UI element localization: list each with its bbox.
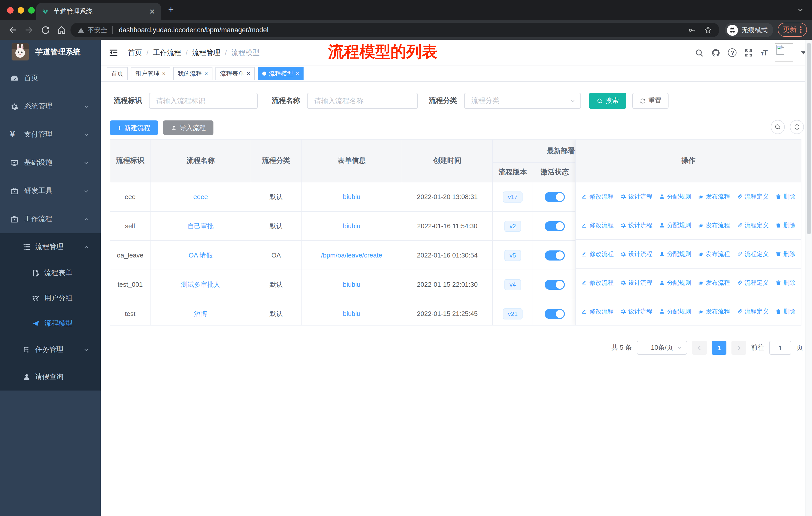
action-gear-button[interactable]: 设计流程 <box>620 192 652 201</box>
action-person-button[interactable]: 分配规则 <box>659 221 691 229</box>
sidebar-collapse-icon[interactable] <box>109 48 118 57</box>
action-clip-button[interactable]: 流程定义 <box>736 307 769 316</box>
version-tag[interactable]: v21 <box>503 308 523 319</box>
action-trash-button[interactable]: 删除 <box>775 221 795 229</box>
action-pen-button[interactable]: 修改流程 <box>581 221 614 229</box>
sidebar-item-11[interactable]: 任务管理 <box>0 336 101 363</box>
user-avatar[interactable] <box>775 43 793 62</box>
action-trash-button[interactable]: 删除 <box>775 278 795 287</box>
filter-category-select[interactable]: 流程分类 <box>464 93 581 109</box>
search-button[interactable]: 搜索 <box>589 93 626 109</box>
action-gear-button[interactable]: 设计流程 <box>620 250 652 258</box>
tab-1[interactable]: 首页 <box>107 67 128 80</box>
reset-button[interactable]: 重置 <box>632 93 669 109</box>
version-tag[interactable]: v2 <box>504 220 521 232</box>
new-tab-button[interactable]: + <box>168 4 174 15</box>
sidebar-item-12[interactable]: 请假查询 <box>0 363 101 390</box>
action-thumb-button[interactable]: 发布流程 <box>698 221 730 229</box>
version-tag[interactable]: v17 <box>503 191 523 202</box>
sidebar-item-5[interactable]: 研发工具 <box>0 177 101 205</box>
sidebar-logo[interactable]: 芋道管理系统 <box>0 40 101 64</box>
update-browser-button[interactable]: 更新 ••• <box>778 23 807 37</box>
cell-name-link[interactable]: 自己审批 <box>187 221 214 230</box>
cell-name-link[interactable]: eeee <box>193 193 208 200</box>
page-scrollbar[interactable] <box>805 40 812 516</box>
page-size-select[interactable]: 10条/页 <box>637 341 687 355</box>
action-thumb-button[interactable]: 发布流程 <box>698 250 730 258</box>
version-tag[interactable]: v5 <box>504 250 521 261</box>
action-thumb-button[interactable]: 发布流程 <box>698 192 730 201</box>
breadcrumb-item-2[interactable]: 工作流程 <box>153 48 181 57</box>
tab-2[interactable]: 租户管理× <box>131 67 170 80</box>
tab-close-icon[interactable]: × <box>204 70 208 77</box>
fullscreen-icon[interactable] <box>744 48 753 57</box>
active-toggle[interactable] <box>545 192 565 202</box>
active-toggle[interactable] <box>545 250 565 260</box>
action-pen-button[interactable]: 修改流程 <box>581 307 614 316</box>
tab-5[interactable]: 流程模型× <box>258 67 303 80</box>
help-icon[interactable]: ? <box>728 48 737 57</box>
password-key-icon[interactable] <box>688 26 696 34</box>
browser-tab[interactable]: 芋道管理系统 ✕ <box>36 3 161 20</box>
prev-page-button[interactable] <box>692 341 707 355</box>
action-person-button[interactable]: 分配规则 <box>659 307 691 316</box>
sidebar-item-3[interactable]: ¥支付管理 <box>0 120 101 148</box>
action-trash-button[interactable]: 删除 <box>775 192 795 201</box>
active-toggle[interactable] <box>545 221 565 231</box>
cell-form-link[interactable]: biubiu <box>343 310 360 318</box>
reload-icon[interactable] <box>41 25 50 35</box>
sidebar-item-9[interactable]: 用户分组 <box>0 286 101 311</box>
action-gear-button[interactable]: 设计流程 <box>620 278 652 287</box>
search-icon[interactable] <box>695 48 704 57</box>
github-icon[interactable] <box>712 48 721 57</box>
sidebar-item-6[interactable]: 工作流程 <box>0 205 101 233</box>
cell-form-link[interactable]: biubiu <box>343 193 360 200</box>
action-clip-button[interactable]: 流程定义 <box>736 192 769 201</box>
sidebar-item-2[interactable]: 系统管理 <box>0 92 101 120</box>
cell-form-link[interactable]: biubiu <box>343 281 360 288</box>
next-page-button[interactable] <box>731 341 746 355</box>
sidebar-item-8[interactable]: 流程表单 <box>0 261 101 286</box>
forward-icon[interactable] <box>24 25 34 35</box>
cell-name-link[interactable]: OA 请假 <box>188 251 212 260</box>
tab-close-icon[interactable]: × <box>162 70 166 77</box>
tab-close-icon[interactable]: × <box>295 70 299 77</box>
action-clip-button[interactable]: 流程定义 <box>736 221 769 229</box>
action-trash-button[interactable]: 删除 <box>775 250 795 258</box>
close-window-button[interactable] <box>7 7 13 13</box>
security-label[interactable]: 不安全 <box>88 25 107 34</box>
action-clip-button[interactable]: 流程定义 <box>736 250 769 258</box>
scrollbar-thumb[interactable] <box>807 43 811 234</box>
action-pen-button[interactable]: 修改流程 <box>581 250 614 258</box>
sidebar-item-10[interactable]: 流程模型 <box>0 311 101 336</box>
tab-4[interactable]: 流程表单× <box>215 67 255 80</box>
action-trash-button[interactable]: 删除 <box>775 307 795 316</box>
goto-page-input[interactable]: 1 <box>769 341 791 355</box>
action-pen-button[interactable]: 修改流程 <box>581 278 614 287</box>
tab-list-chevron-icon[interactable] <box>797 6 804 13</box>
filter-id-input[interactable] <box>149 97 257 105</box>
page-number-button[interactable]: 1 <box>712 341 726 355</box>
action-person-button[interactable]: 分配规则 <box>659 250 691 258</box>
macos-window-controls[interactable] <box>7 7 35 13</box>
action-clip-button[interactable]: 流程定义 <box>736 278 769 287</box>
sidebar-item-4[interactable]: 基础设施 <box>0 148 101 177</box>
sidebar-item-7[interactable]: 流程管理 <box>0 233 101 261</box>
create-process-button[interactable]: + 新建流程 <box>110 120 158 135</box>
cell-form-link[interactable]: biubiu <box>343 222 360 230</box>
filter-name-input[interactable] <box>308 97 417 105</box>
page-url[interactable]: dashboard.yudao.iocoder.cn/bpm/manager/m… <box>119 26 268 34</box>
bookmark-star-icon[interactable] <box>704 26 712 34</box>
toggle-search-icon[interactable] <box>771 120 785 134</box>
action-thumb-button[interactable]: 发布流程 <box>698 278 730 287</box>
tab-3[interactable]: 我的流程× <box>173 67 212 80</box>
minimize-window-button[interactable] <box>18 7 24 13</box>
browser-menu-icon[interactable]: ••• <box>800 26 802 33</box>
cell-name-link[interactable]: 滔博 <box>194 309 207 318</box>
home-icon[interactable] <box>57 25 66 35</box>
cell-form-link[interactable]: /bpm/oa/leave/create <box>321 251 382 259</box>
tab-close-icon[interactable]: ✕ <box>148 7 156 16</box>
action-gear-button[interactable]: 设计流程 <box>620 221 652 229</box>
address-bar[interactable]: 不安全 dashboard.yudao.iocoder.cn/bpm/manag… <box>70 23 719 37</box>
version-tag[interactable]: v4 <box>504 279 521 290</box>
